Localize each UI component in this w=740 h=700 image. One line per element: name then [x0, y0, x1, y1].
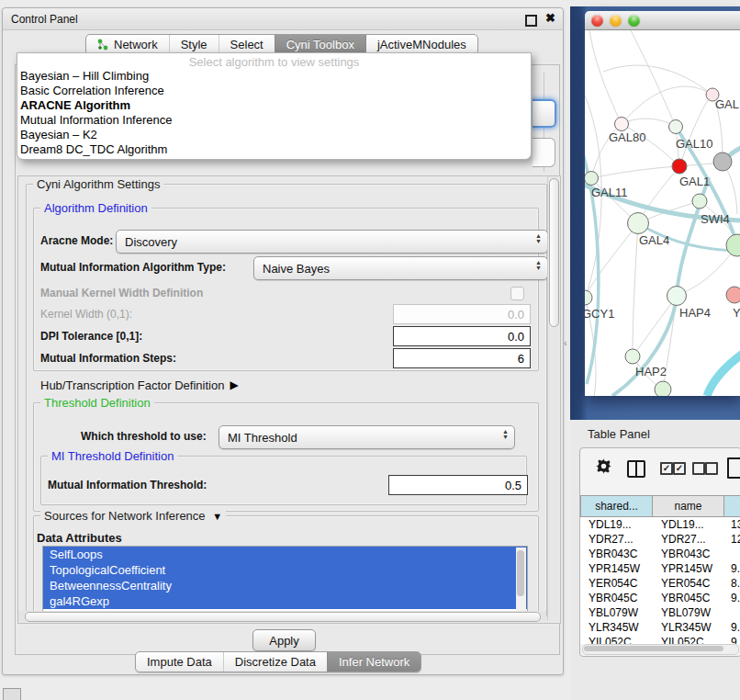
- list-item[interactable]: TopologicalCoefficient: [43, 562, 527, 578]
- table-cell[interactable]: 9.: [724, 620, 740, 635]
- hub-definition-expander[interactable]: Hub/Transcription Factor Definition ▶: [40, 375, 239, 395]
- gear-icon[interactable]: [596, 458, 611, 474]
- table-cell[interactable]: YIL052C: [580, 635, 653, 644]
- minimize-traffic-light-icon[interactable]: [610, 15, 622, 27]
- table-cell[interactable]: [724, 547, 740, 561]
- table-cell[interactable]: YBR043C: [580, 547, 653, 561]
- tab-cyni-toolbox[interactable]: Cyni Toolbox: [275, 35, 365, 54]
- node-GAL80[interactable]: [615, 118, 629, 131]
- table-cell[interactable]: YBR043C: [653, 547, 724, 561]
- select-all-checkbox-icon[interactable]: ✓: [660, 462, 673, 475]
- aracne-mode-select[interactable]: Discovery ▲▼: [116, 230, 548, 254]
- menu-item-selected[interactable]: ARACNE Algorithm: [17, 98, 531, 113]
- table-cell[interactable]: 9.: [724, 561, 740, 576]
- table-cell[interactable]: YPR145W: [653, 561, 724, 576]
- node-GCY1[interactable]: [585, 290, 592, 305]
- node-unnamed[interactable]: [713, 152, 732, 171]
- tab-style[interactable]: Style: [169, 35, 219, 54]
- menu-item[interactable]: Bayesian – Hill Climbing: [17, 69, 531, 84]
- table-cell[interactable]: YER054C: [580, 576, 653, 591]
- table-cell[interactable]: YER054C: [653, 576, 724, 591]
- column-header[interactable]: A: [724, 495, 740, 517]
- node-GAL10[interactable]: [669, 120, 683, 134]
- menu-item[interactable]: Dream8 DC_TDC Algorithm: [17, 142, 531, 157]
- table-horizontal-scrollbar[interactable]: [582, 644, 739, 655]
- table-row[interactable]: YLR345WYLR345W9.: [580, 620, 740, 635]
- table-row[interactable]: YPR145WYPR145W9.: [580, 561, 740, 576]
- tab-discretize-data[interactable]: Discretize Data: [223, 652, 327, 672]
- table-cell[interactable]: YBR045C: [653, 591, 724, 605]
- data-attributes-list[interactable]: SelfLoops TopologicalCoefficient Between…: [42, 546, 528, 613]
- divider-collapse-icon[interactable]: ‹: [564, 337, 567, 348]
- table-cell[interactable]: YDL19...: [580, 517, 653, 532]
- table-cell[interactable]: 9.: [724, 635, 740, 644]
- select-all-checkbox-icon[interactable]: ✓: [673, 462, 686, 475]
- node-HAP2[interactable]: [625, 349, 640, 364]
- network-window-titlebar[interactable]: [585, 11, 740, 30]
- table-row[interactable]: YBR045CYBR045C9.: [580, 591, 740, 605]
- column-header[interactable]: name: [653, 495, 724, 517]
- deselect-all-checkbox-icon[interactable]: [705, 462, 718, 475]
- table-row[interactable]: YDL19...YDL19...13: [580, 517, 740, 532]
- list-item[interactable]: gal4RGexp: [43, 593, 527, 609]
- network-view-window[interactable]: GALGAL80GAL10GAL1GAL11SWI4GAL4GCY1HAP4YH…: [585, 11, 740, 396]
- table-cell[interactable]: YDR27...: [653, 532, 724, 547]
- table-row[interactable]: YBR043CYBR043C: [580, 547, 740, 561]
- mi-steps-input[interactable]: 6: [393, 348, 531, 368]
- file-icon[interactable]: [727, 457, 740, 479]
- node-GAL1[interactable]: [672, 159, 687, 174]
- manual-kernel-checkbox[interactable]: [510, 287, 524, 300]
- collapsed-panel-icon[interactable]: [3, 688, 21, 700]
- table-row[interactable]: YBL079WYBL079W: [580, 605, 740, 620]
- table-row[interactable]: YIL052CYIL052C9.: [580, 635, 740, 644]
- table-row[interactable]: YER054CYER054C8.: [580, 576, 740, 591]
- table-cell[interactable]: YDL19...: [653, 517, 724, 532]
- node-HAP4[interactable]: [667, 287, 687, 306]
- close-traffic-light-icon[interactable]: [591, 15, 603, 27]
- deselect-all-checkbox-icon[interactable]: [692, 462, 705, 475]
- table-cell[interactable]: YDR27...: [580, 532, 653, 547]
- mi-algorithm-type-select[interactable]: Naive Bayes ▲▼: [253, 256, 548, 280]
- tab-infer-network[interactable]: Infer Network: [327, 652, 420, 672]
- hidden-combo-fragment[interactable]: [533, 99, 556, 128]
- node-SWI4[interactable]: [692, 194, 707, 209]
- node-unnamed[interactable]: [726, 234, 740, 256]
- node-Y[interactable]: [726, 287, 740, 303]
- tab-jactivemnodules[interactable]: jActiveMNodules: [365, 35, 477, 54]
- kernel-width-input[interactable]: 0.0: [393, 304, 531, 324]
- table-cell[interactable]: 9.: [724, 591, 740, 605]
- menu-item[interactable]: Basic Correlation Inference: [17, 84, 531, 98]
- close-icon[interactable]: ✖: [545, 11, 555, 25]
- table-cell[interactable]: YBL079W: [580, 605, 653, 620]
- node-GAL11[interactable]: [585, 172, 599, 186]
- mi-threshold-input[interactable]: 0.5: [388, 475, 528, 495]
- table-cell[interactable]: 12: [724, 532, 740, 547]
- tab-network[interactable]: Network: [86, 35, 169, 54]
- list-scrollbar[interactable]: [516, 548, 526, 611]
- columns-icon[interactable]: [627, 460, 645, 478]
- table-cell[interactable]: YLR345W: [580, 620, 653, 635]
- control-panel-titlebar[interactable]: Control Panel ✖: [3, 8, 563, 30]
- list-item[interactable]: BetweennessCentrality: [43, 578, 527, 593]
- column-header[interactable]: shared...: [580, 495, 653, 517]
- menu-item[interactable]: Bayesian – K2: [17, 128, 531, 142]
- tab-impute-data[interactable]: Impute Data: [136, 652, 223, 672]
- table-cell[interactable]: [724, 605, 740, 620]
- table-cell[interactable]: YBR045C: [580, 591, 653, 605]
- settings-vertical-scrollbar[interactable]: [547, 176, 559, 621]
- table-cell[interactable]: YPR145W: [580, 561, 653, 576]
- dpi-tolerance-input[interactable]: 0.0: [393, 326, 531, 346]
- menu-item[interactable]: Mutual Information Inference: [17, 113, 531, 128]
- sources-expander[interactable]: Sources for Network Inference ▼: [40, 509, 226, 523]
- table-cell[interactable]: YLR345W: [653, 620, 724, 635]
- node-unnamed[interactable]: [655, 381, 671, 396]
- table-cell[interactable]: 13: [724, 517, 740, 532]
- table-row[interactable]: YDR27...YDR27...12: [580, 532, 740, 547]
- table-cell[interactable]: YIL052C: [653, 635, 724, 644]
- node-GAL4[interactable]: [628, 213, 649, 234]
- settings-horizontal-scrollbar[interactable]: [18, 611, 546, 621]
- network-canvas[interactable]: GALGAL80GAL10GAL1GAL11SWI4GAL4GCY1HAP4YH…: [585, 30, 740, 396]
- tab-select[interactable]: Select: [219, 35, 275, 54]
- threshold-select[interactable]: MI Threshold ▲▼: [219, 425, 515, 449]
- table-cell[interactable]: YBL079W: [653, 605, 724, 620]
